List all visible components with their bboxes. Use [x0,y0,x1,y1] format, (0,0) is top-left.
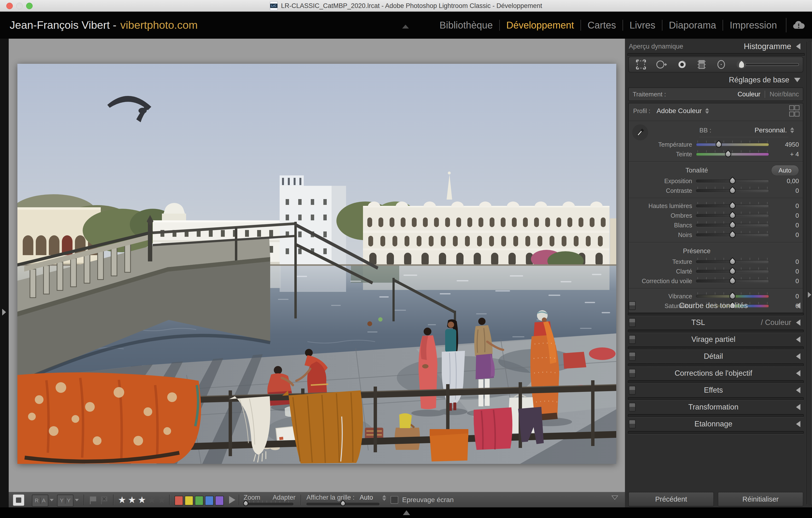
identity-plate[interactable]: Jean-François Vibert - vibertphoto.com [10,11,198,39]
histogram-collapse-arrow[interactable] [796,43,801,50]
panel-expand-arrow[interactable] [796,319,801,326]
dehaze-slider[interactable] [696,279,769,283]
wb-eyedropper-button[interactable] [632,124,648,141]
module-cartes[interactable]: Cartes [580,20,622,31]
grid-mode-value[interactable]: Auto [359,494,373,501]
panel-tone-curve[interactable]: Courbe des tonalités [625,299,807,312]
filmstrip-expand-arrow[interactable] [403,510,410,515]
exposure-value[interactable]: 0,00 [772,177,799,185]
split-view-button[interactable]: YY [57,494,74,507]
texture-slider[interactable] [696,260,769,263]
graduated-filter-tool-icon[interactable] [697,59,707,70]
dehaze-value[interactable]: 0 [772,277,799,285]
color-label-yellow[interactable] [185,496,193,506]
blacks-slider[interactable] [696,234,769,237]
previous-button[interactable]: Précédent [628,492,714,507]
exposure-slider-thumb[interactable] [728,176,737,185]
left-panel-expand-arrow[interactable] [2,309,6,315]
star-rating[interactable]: ★★★★★ [118,492,166,508]
reset-button[interactable]: Réinitialiser [718,492,803,507]
module-bibliotheque[interactable]: Bibliothèque [433,20,499,31]
temperature-value[interactable]: 4950 [772,141,799,148]
zoom-slider[interactable] [243,503,293,506]
panel-transform[interactable]: Transformation [625,401,807,414]
shadows-value[interactable]: 0 [772,212,799,219]
treatment-bw-option[interactable]: Noir/blanc [770,91,799,98]
grid-mode-stepper[interactable] [382,495,386,501]
panel-expand-arrow[interactable] [796,421,801,427]
module-impression[interactable]: Impression [723,20,783,31]
impromptu-slideshow-button[interactable] [229,496,235,504]
panel-expand-arrow[interactable] [796,387,801,393]
spot-removal-tool-icon[interactable] [656,59,667,70]
softproof-label[interactable]: Epreuvage écran [402,496,454,504]
panel-lens-corrections[interactable]: Corrections de l'objectif [625,367,807,380]
top-panel-collapse-arrow[interactable] [402,25,409,29]
vibrance-slider[interactable] [696,295,769,298]
sync-status-button[interactable] [786,18,805,32]
color-label-red[interactable] [174,496,183,506]
panel-toggle-switch[interactable] [629,386,636,395]
before-after-dropdown-caret[interactable] [50,499,54,501]
whites-value[interactable]: 0 [772,221,799,229]
shadows-slider[interactable] [696,214,769,217]
adjustment-brush-tool-icon[interactable] [736,59,803,70]
right-panel-collapse-arrow[interactable] [808,292,811,298]
panel-toggle-switch[interactable] [629,352,636,361]
grid-opacity-slider[interactable] [307,503,379,506]
exposure-slider[interactable] [696,180,769,183]
contrast-slider[interactable] [696,189,769,192]
basic-panel-header[interactable]: Réglages de base [625,74,807,86]
panel-expand-arrow[interactable] [796,404,801,410]
panel-split-toning[interactable]: Virage partiel [625,333,807,346]
left-panel-collapsed-strip[interactable] [0,39,9,507]
crop-tool-icon[interactable] [636,59,646,70]
profile-browser-icon[interactable] [789,105,799,117]
fit-label[interactable]: Adapter [272,494,295,501]
basic-expand-arrow[interactable] [794,78,801,82]
texture-value[interactable]: 0 [772,258,799,266]
clarity-slider[interactable] [696,270,769,273]
highlights-value[interactable]: 0 [772,202,799,210]
whites-slider[interactable] [696,224,769,227]
panel-toggle-switch[interactable] [629,318,636,327]
module-diaporama[interactable]: Diaporama [662,20,723,31]
panel-expand-arrow[interactable] [796,353,801,360]
vibrance-value[interactable]: 0 [772,293,799,300]
color-label-purple[interactable] [215,496,224,506]
reject-flag-icon[interactable] [100,495,110,505]
panel-detail[interactable]: Détail [625,350,807,363]
clarity-value[interactable]: 0 [772,268,799,275]
panel-toggle-switch[interactable] [629,403,636,412]
color-label-green[interactable] [195,496,203,506]
profile-value[interactable]: Adobe Couleur [657,107,702,115]
blacks-value[interactable]: 0 [772,231,799,239]
panel-hsl-color[interactable]: TSL / Couleur [625,316,807,329]
before-after-view-button[interactable]: RA [32,494,48,507]
panel-expand-arrow[interactable] [796,370,801,376]
module-developpement[interactable]: Développement [499,20,580,31]
right-panel-grip[interactable] [807,40,812,506]
module-livres[interactable]: Livres [622,20,662,31]
panel-toggle-switch[interactable] [629,420,636,428]
profile-stepper[interactable] [705,108,709,114]
filmstrip-collapsed-strip[interactable] [0,507,812,518]
panel-effects[interactable]: Effets [625,384,807,397]
split-view-dropdown-caret[interactable] [75,499,79,501]
tone-auto-button[interactable]: Auto [771,165,799,176]
radial-filter-tool-icon[interactable] [716,59,726,70]
softproof-checkbox[interactable] [390,496,398,504]
treatment-color-option[interactable]: Couleur [737,91,760,98]
tint-value[interactable]: + 4 [772,151,799,158]
wb-stepper[interactable] [790,127,794,133]
panel-toggle-switch[interactable] [629,301,636,310]
wb-value[interactable]: Personnal. [754,126,787,134]
panel-calibration[interactable]: Etalonnage [625,418,807,430]
temperature-slider[interactable] [696,143,769,146]
color-label-blue[interactable] [205,496,214,506]
photo-canvas[interactable] [18,64,616,464]
red-eye-tool-icon[interactable] [677,59,687,70]
panel-toggle-switch[interactable] [629,335,636,344]
highlights-slider[interactable] [696,204,769,208]
toolbar-options-caret[interactable] [611,495,618,500]
